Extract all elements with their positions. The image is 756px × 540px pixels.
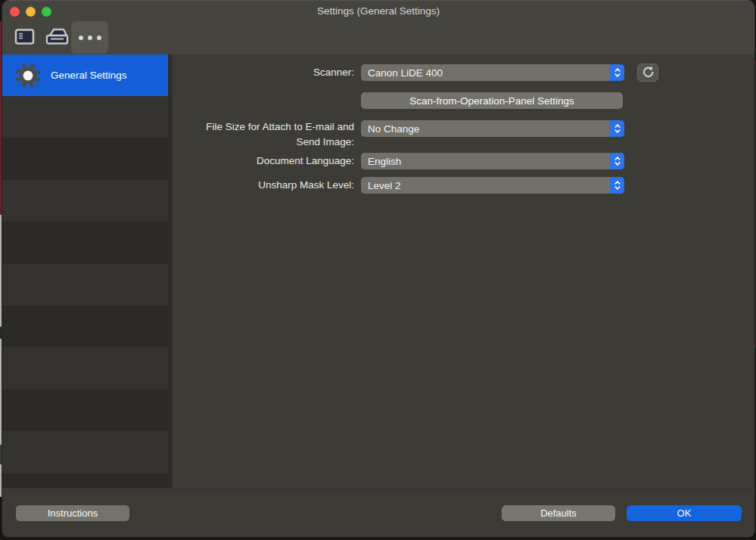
- scanner-label: Scanner:: [176, 65, 354, 80]
- title-bar[interactable]: Settings (General Settings): [2, 0, 754, 21]
- file-size-select[interactable]: No Change: [361, 120, 624, 137]
- file-size-label: File Size for Attach to E-mail and Send …: [176, 119, 354, 150]
- content-area: General Settings: [2, 54, 754, 488]
- settings-window: Settings (General Settings): [2, 0, 754, 537]
- sidebar-item-label: General Settings: [51, 70, 127, 81]
- unsharp-mask-level-select[interactable]: Level 2: [361, 177, 624, 194]
- instructions-button[interactable]: Instructions: [16, 505, 129, 521]
- window-title: Settings (General Settings): [2, 5, 754, 17]
- desktop: Settings (General Settings): [0, 0, 756, 540]
- toolbar: [2, 21, 754, 54]
- document-language-label: Document Language:: [176, 154, 354, 169]
- sidebar-empty-row[interactable]: [2, 138, 168, 179]
- tab-basic-settings[interactable]: [11, 25, 37, 51]
- refresh-icon: [642, 65, 655, 81]
- document-language-select[interactable]: English: [361, 153, 624, 169]
- unsharp-mask-level-label: Unsharp Mask Level:: [176, 178, 354, 193]
- sidebar-empty-row[interactable]: [2, 264, 168, 306]
- refresh-scanner-button[interactable]: [637, 64, 658, 82]
- footer-bar: Instructions Defaults OK: [2, 488, 754, 537]
- sidebar-empty-row[interactable]: [2, 96, 168, 138]
- sidebar-empty-row[interactable]: [2, 306, 168, 347]
- stepper-icon: [610, 177, 624, 194]
- sidebar-empty-row[interactable]: [2, 347, 168, 389]
- file-size-label-line1: File Size for Attach to E-mail and: [176, 119, 354, 135]
- ellipsis-icon: [79, 36, 101, 40]
- sidebar-empty-row[interactable]: [2, 431, 168, 473]
- sidebar-empty-row[interactable]: [2, 222, 168, 263]
- stepper-icon: [610, 120, 624, 137]
- file-size-label-line2: Send Image:: [176, 135, 354, 150]
- document-language-select-value: English: [361, 156, 610, 167]
- sidebar-empty-row[interactable]: [2, 180, 168, 222]
- scan-from-operation-panel-settings-button[interactable]: Scan-from-Operation-Panel Settings: [361, 92, 623, 109]
- stepper-icon: [610, 64, 624, 81]
- sidebar-empty-row[interactable]: [2, 389, 168, 431]
- ok-button[interactable]: OK: [627, 505, 742, 521]
- sidebar-empty-row[interactable]: [2, 473, 168, 488]
- tab-general-settings[interactable]: [71, 21, 108, 54]
- gear-icon: [14, 61, 42, 90]
- scanner-icon: [45, 27, 70, 49]
- settings-category-list: General Settings: [2, 54, 168, 488]
- sidebar-item-general-settings[interactable]: General Settings: [2, 54, 168, 96]
- tab-scanner-settings[interactable]: [42, 25, 72, 51]
- unsharp-mask-level-select-value: Level 2: [361, 180, 610, 191]
- scanner-select[interactable]: Canon LiDE 400: [361, 64, 624, 81]
- scanner-select-value: Canon LiDE 400: [361, 67, 610, 79]
- defaults-button[interactable]: Defaults: [502, 505, 615, 521]
- file-size-select-value: No Change: [361, 123, 610, 135]
- stepper-icon: [610, 153, 624, 169]
- window-icon: [14, 28, 35, 48]
